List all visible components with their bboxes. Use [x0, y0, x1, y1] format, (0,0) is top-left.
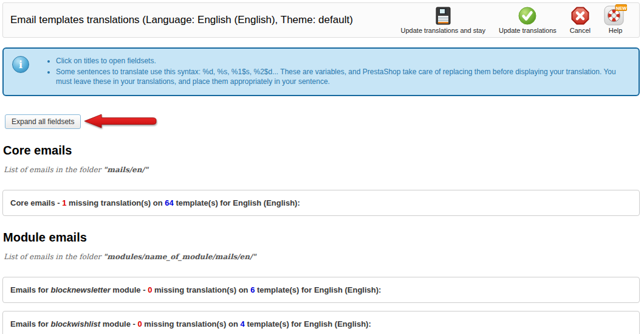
section-module-emails: Module emails List of emails in the fold… [0, 231, 644, 334]
template-count: 4 [241, 319, 245, 329]
section-heading: Core emails [3, 144, 644, 158]
info-bullet: Click on titles to open fieldsets. [56, 56, 631, 66]
help-icon: NEW [604, 5, 627, 26]
fieldset-blockwishlist[interactable]: Emails for blockwishlist module - 0 miss… [2, 311, 640, 334]
update-translations-and-stay-label: Update translations and stay [401, 27, 485, 34]
template-count: 64 [165, 198, 173, 207]
section-description: List of emails in the folder "mails/en/" [4, 165, 644, 174]
cancel-button[interactable]: Cancel [570, 5, 591, 34]
confirm-icon [518, 5, 537, 26]
expand-all-fieldsets-button[interactable]: Expand all fieldsets [5, 114, 81, 129]
page-header: Email templates translations (Language: … [2, 2, 640, 38]
section-core-emails: Core emails List of emails in the folder… [0, 144, 644, 216]
missing-count: 0 [148, 285, 152, 294]
update-translations-button[interactable]: Update translations [499, 5, 557, 34]
module-name: blocknewsletter [50, 285, 110, 294]
template-count: 6 [250, 285, 255, 294]
expand-row: Expand all fieldsets [5, 114, 644, 129]
info-bullet-list: Click on titles to open fieldsets. Some … [29, 56, 631, 88]
info-icon: i [12, 56, 29, 73]
info-bullet: Some sentences to translate use this syn… [56, 67, 631, 86]
cancel-icon [570, 5, 590, 26]
update-translations-and-stay-button[interactable]: Update translations and stay [401, 5, 485, 34]
red-annotation-arrow-icon [83, 114, 159, 130]
info-box: i Click on titles to open fieldsets. Som… [2, 47, 640, 96]
toolbar: Update translations and stay Up [401, 3, 639, 37]
help-label: Help [609, 27, 623, 34]
section-description: List of emails in the folder "modules/na… [4, 252, 644, 261]
save-and-stay-icon [433, 5, 453, 26]
cancel-label: Cancel [570, 27, 591, 34]
module-name: blockwishlist [50, 319, 100, 329]
fieldset-core-emails[interactable]: Core emails - 1 missing translation(s) o… [2, 190, 640, 216]
folder-path: "modules/name_of_module/mails/en/" [103, 252, 256, 261]
missing-count: 0 [138, 319, 142, 329]
missing-count: 1 [62, 198, 66, 207]
svg-text:NEW: NEW [616, 5, 627, 11]
folder-path: "mails/en/" [103, 165, 148, 174]
help-button[interactable]: NEW Help [604, 5, 627, 34]
update-translations-label: Update translations [499, 27, 557, 34]
section-heading: Module emails [3, 231, 644, 245]
new-badge: NEW [615, 5, 627, 11]
page-title: Email templates translations (Language: … [3, 14, 353, 26]
fieldset-blocknewsletter[interactable]: Emails for blocknewsletter module - 0 mi… [2, 277, 640, 303]
